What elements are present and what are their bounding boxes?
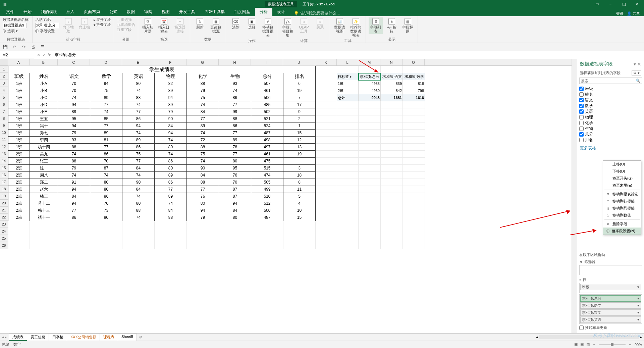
select-all-corner[interactable] — [0, 59, 8, 65]
sheet-nav-first[interactable]: ◂ — [2, 335, 4, 339]
row-header-15[interactable]: 15 — [0, 164, 8, 171]
row-header-16[interactable]: 16 — [0, 171, 8, 179]
row-header-1[interactable]: 1 — [0, 66, 8, 73]
ribbon-tab-百度网盘[interactable]: 百度网盘 — [229, 8, 255, 16]
field-生物[interactable]: 生物 — [579, 126, 642, 132]
sheet-tab-XXX公司销售额[interactable]: XXX公司销售额 — [67, 334, 100, 341]
context-item[interactable]: 下移(D) — [603, 168, 641, 175]
sheet-tab-课程表[interactable]: 课程表 — [100, 334, 118, 341]
insert-timeline-button[interactable]: 插入日程表 — [158, 25, 170, 33]
recommend-pivot-button[interactable]: 推荐的数据透视表 — [350, 25, 362, 37]
zoom-out-button[interactable]: － — [592, 342, 596, 347]
ribbon-tab-页面布局[interactable]: 页面布局 — [79, 8, 105, 16]
row-header-17[interactable]: 17 — [0, 179, 8, 186]
field-list-button[interactable]: 字段列表 — [369, 25, 382, 33]
touch-mode-icon[interactable]: ☰ — [40, 44, 46, 50]
col-header-M[interactable]: M — [358, 59, 380, 65]
ribbon-tab-视图[interactable]: 视图 — [157, 8, 174, 16]
col-header-G[interactable]: G — [186, 59, 219, 65]
field-排名[interactable]: 排名 — [579, 137, 642, 143]
save-icon[interactable]: 💾 — [2, 44, 8, 50]
insert-slicer-button[interactable]: 插入切片器 — [142, 25, 154, 33]
field-化学[interactable]: 化学 — [579, 120, 642, 126]
row-header-11[interactable]: 11 — [0, 136, 8, 143]
field-语文[interactable]: 语文 — [579, 97, 642, 103]
field-search-input[interactable] — [581, 79, 636, 83]
minimize-button[interactable]: － — [604, 0, 617, 8]
col-header-I[interactable]: I — [251, 59, 283, 65]
area-filter-box[interactable] — [579, 265, 642, 275]
pivot-name-input[interactable] — [3, 23, 27, 28]
close-button[interactable]: ✕ — [631, 0, 644, 8]
formula-input[interactable] — [53, 52, 644, 58]
fields-items-button[interactable]: 字段、项目和集 — [281, 25, 294, 37]
row-header-18[interactable]: 18 — [0, 186, 8, 193]
view-page-icon[interactable]: ▤ — [580, 342, 584, 347]
add-sheet-button[interactable]: ⊕ — [137, 335, 145, 339]
sheet-tab-员工信息[interactable]: 员工信息 — [27, 334, 49, 341]
field-班级[interactable]: 班级 — [579, 86, 642, 92]
ribbon-tab-开始[interactable]: 开始 — [19, 8, 36, 16]
zoom-slider[interactable] — [599, 344, 626, 345]
row-header-25[interactable]: 25 — [0, 235, 8, 242]
row-header-3[interactable]: 3 — [0, 80, 8, 87]
redo-icon[interactable]: ↷ — [21, 44, 27, 50]
context-item[interactable]: Σ移动到数值 — [603, 212, 641, 219]
context-item[interactable]: 移至开头(G) — [603, 175, 641, 182]
value-area-item[interactable]: 求和项:英语▾ — [580, 316, 641, 323]
ribbon-tab-我的模板[interactable]: 我的模板 — [36, 8, 62, 16]
active-field-input[interactable] — [35, 23, 59, 28]
row-header-4[interactable]: 4 — [0, 87, 8, 94]
row-header-7[interactable]: 7 — [0, 108, 8, 115]
options-button[interactable]: 🛈 选项 ▾ — [3, 29, 18, 33]
tell-me-input[interactable]: 💡 告诉我您想要做什么… — [294, 10, 340, 16]
change-source-button[interactable]: 更改数据源 — [210, 25, 222, 33]
row-header-12[interactable]: 12 — [0, 143, 8, 150]
plus-minus-button[interactable]: +/- 按钮 — [385, 25, 398, 33]
row-header-22[interactable]: 22 — [0, 214, 8, 221]
view-normal-icon[interactable]: ▦ — [574, 342, 578, 347]
ribbon-tab-分析[interactable]: 分析 — [255, 8, 272, 16]
field-总分[interactable]: 总分 — [579, 132, 642, 137]
col-header-H[interactable]: H — [219, 59, 251, 65]
sheet-tab-成绩表[interactable]: 成绩表 — [9, 334, 27, 341]
area-values-box[interactable]: 求和项:总分▾求和项:语文▾求和项:数学▾求和项:英语▾ — [579, 294, 642, 324]
clear-button[interactable]: 清除 — [232, 25, 239, 29]
field-数学[interactable]: 数学 — [579, 103, 642, 109]
maximize-button[interactable]: ▢ — [617, 0, 631, 8]
select-button[interactable]: 选择 — [248, 25, 256, 29]
ribbon-tab-开发工具[interactable]: 开发工具 — [174, 8, 200, 16]
ribbon-options-icon[interactable]: ▭ — [590, 0, 604, 8]
sheet-tab-Sheet5[interactable]: Sheet5 — [118, 334, 137, 341]
col-header-K[interactable]: K — [315, 59, 337, 65]
row-header-19[interactable]: 19 — [0, 193, 8, 200]
zoom-in-button[interactable]: ＋ — [628, 342, 632, 347]
defer-layout-checkbox[interactable] — [579, 326, 584, 330]
ribbon-tab-审阅[interactable]: 审阅 — [140, 8, 157, 16]
row-header-6[interactable]: 6 — [0, 101, 8, 108]
row-header-24[interactable]: 24 — [0, 228, 8, 235]
search-icon[interactable]: 🔍 — [636, 79, 640, 83]
col-header-E[interactable]: E — [122, 59, 154, 65]
hscroll-right[interactable]: ▸ — [640, 335, 642, 339]
login-link[interactable]: 登录 — [616, 11, 624, 16]
ribbon-tab-PDF工具集[interactable]: PDF工具集 — [200, 8, 229, 16]
area-row-box[interactable]: 班级▾ — [579, 283, 642, 293]
context-item[interactable]: ✕删除字段 — [603, 220, 641, 228]
share-button[interactable]: 👤 共享 — [627, 11, 640, 16]
field-headers-button[interactable]: 字段标题 — [401, 25, 414, 33]
row-header-10[interactable]: 10 — [0, 129, 8, 136]
value-area-item[interactable]: 求和项:数学▾ — [580, 309, 641, 316]
row-area-item[interactable]: 班级▾ — [580, 284, 641, 290]
row-header-2[interactable]: 2 — [0, 73, 8, 80]
collapse-field-button[interactable]: ▾ 折叠字段 — [94, 22, 111, 27]
context-item[interactable]: 移至末尾(E) — [603, 182, 641, 189]
col-header-B[interactable]: B — [30, 59, 58, 65]
view-break-icon[interactable]: ▥ — [586, 342, 590, 347]
cancel-formula-icon[interactable]: ✕ — [37, 53, 40, 57]
row-header-20[interactable]: 20 — [0, 200, 8, 207]
field-英语[interactable]: 英语 — [579, 109, 642, 114]
ribbon-tab-公式[interactable]: 公式 — [105, 8, 122, 16]
context-item[interactable]: ▼移动到报表筛选 — [603, 191, 641, 198]
col-header-N[interactable]: N — [380, 59, 402, 65]
